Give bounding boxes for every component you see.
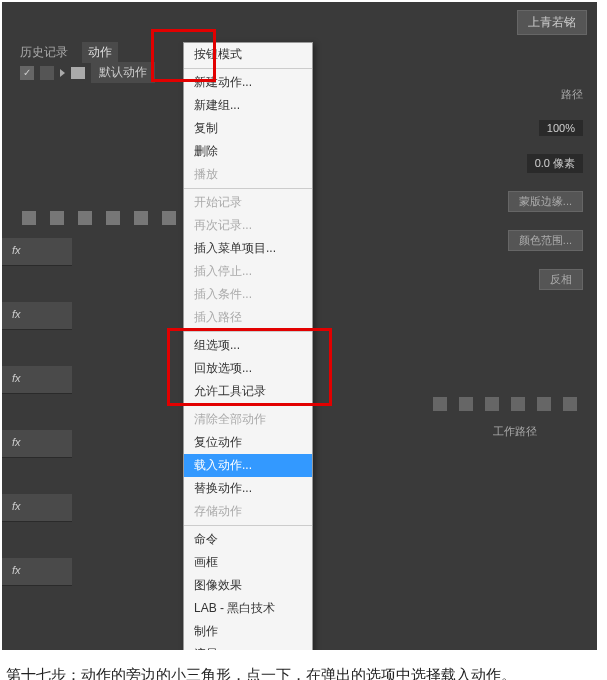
menu-play: 播放 <box>184 163 312 186</box>
annotation-box-trigger <box>151 29 216 82</box>
dialog-toggle-icon[interactable] <box>40 66 54 80</box>
percent-value[interactable]: 100% <box>539 120 583 136</box>
stop-icon[interactable] <box>22 211 36 225</box>
menu-commands[interactable]: 命令 <box>184 528 312 551</box>
make-path-icon[interactable] <box>511 397 525 411</box>
menu-replace-actions[interactable]: 替换动作... <box>184 477 312 500</box>
new-set-icon[interactable] <box>106 211 120 225</box>
fx-row[interactable]: fx <box>2 366 72 394</box>
menu-duplicate[interactable]: 复制 <box>184 117 312 140</box>
trash-icon[interactable] <box>162 211 176 225</box>
menu-insert-path: 插入路径 <box>184 306 312 329</box>
load-selection-icon[interactable] <box>485 397 499 411</box>
menu-stars[interactable]: 流星 <box>184 643 312 650</box>
menu-start-recording: 开始记录 <box>184 191 312 214</box>
menu-save-actions: 存储动作 <box>184 500 312 523</box>
panel-tabs: 历史记录 动作 <box>14 42 118 63</box>
work-path-label[interactable]: 工作路径 <box>493 424 537 439</box>
menu-reset-actions[interactable]: 复位动作 <box>184 431 312 454</box>
fx-row[interactable]: fx <box>2 238 72 266</box>
fx-row[interactable]: fx <box>2 302 72 330</box>
fx-row[interactable]: fx <box>2 558 72 586</box>
annotation-box-load <box>167 328 332 406</box>
expand-triangle-icon[interactable] <box>60 69 65 77</box>
color-range-button[interactable]: 颜色范围... <box>508 230 583 251</box>
menu-record-again: 再次记录... <box>184 214 312 237</box>
menu-frames[interactable]: 画框 <box>184 551 312 574</box>
action-set-row[interactable]: ✓ 默认动作 <box>20 62 155 83</box>
path-label: 路径 <box>561 87 583 102</box>
menu-lab[interactable]: LAB - 黑白技术 <box>184 597 312 620</box>
actions-toolbar <box>22 211 176 225</box>
menu-new-set[interactable]: 新建组... <box>184 94 312 117</box>
fill-path-icon[interactable] <box>433 397 447 411</box>
menu-production[interactable]: 制作 <box>184 620 312 643</box>
top-button[interactable]: 上青若铭 <box>517 10 587 35</box>
menu-insert-stop: 插入停止... <box>184 260 312 283</box>
menu-separator <box>184 188 312 189</box>
menu-clear-all: 清除全部动作 <box>184 408 312 431</box>
layers-fx-list: fx fx fx fx fx fx <box>2 238 72 622</box>
fx-row[interactable]: fx <box>2 430 72 458</box>
pixels-value[interactable]: 0.0 像素 <box>527 154 583 173</box>
paths-toolbar <box>433 397 577 411</box>
app-screenshot: 上青若铭 历史记录 动作 ✓ 默认动作 路径 100% 0.0 像素 蒙版边缘.… <box>2 2 597 650</box>
check-icon[interactable]: ✓ <box>20 66 34 80</box>
record-icon[interactable] <box>50 211 64 225</box>
folder-icon <box>71 67 85 79</box>
menu-delete[interactable]: 删除 <box>184 140 312 163</box>
tab-history[interactable]: 历史记录 <box>14 42 74 63</box>
menu-insert-menu-item[interactable]: 插入菜单项目... <box>184 237 312 260</box>
tab-actions[interactable]: 动作 <box>82 42 118 63</box>
stroke-path-icon[interactable] <box>459 397 473 411</box>
delete-path-icon[interactable] <box>563 397 577 411</box>
fx-row[interactable]: fx <box>2 494 72 522</box>
play-icon[interactable] <box>78 211 92 225</box>
invert-button[interactable]: 反相 <box>539 269 583 290</box>
menu-insert-condition: 插入条件... <box>184 283 312 306</box>
menu-image-effects[interactable]: 图像效果 <box>184 574 312 597</box>
new-action-icon[interactable] <box>134 211 148 225</box>
right-options: 路径 100% 0.0 像素 蒙版边缘... 颜色范围... 反相 <box>508 87 583 290</box>
mask-edge-button[interactable]: 蒙版边缘... <box>508 191 583 212</box>
new-path-icon[interactable] <box>537 397 551 411</box>
menu-load-actions[interactable]: 载入动作... <box>184 454 312 477</box>
tutorial-caption: 第十七步：动作的旁边的小三角形，点一下，在弹出的选项中选择载入动作。 <box>0 652 607 680</box>
menu-separator <box>184 525 312 526</box>
action-set-name[interactable]: 默认动作 <box>91 62 155 83</box>
